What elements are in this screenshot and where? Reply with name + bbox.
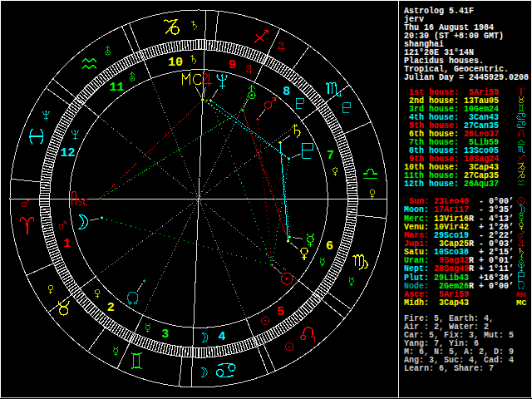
svg-text:R: R xyxy=(469,282,474,291)
svg-text:1: 1 xyxy=(63,237,71,251)
svg-text:R: R xyxy=(469,264,474,273)
svg-text:2: 2 xyxy=(107,301,115,315)
svg-text:8: 8 xyxy=(283,85,290,99)
svg-text:Midh:: Midh: xyxy=(404,298,429,308)
svg-text:3Cap43: 3Cap43 xyxy=(434,298,469,308)
svg-text:12th house:: 12th house: xyxy=(404,180,459,189)
svg-text:R: R xyxy=(469,214,474,224)
svg-text:MC: MC xyxy=(516,299,527,308)
svg-text:3: 3 xyxy=(161,328,169,342)
svg-text:R: R xyxy=(469,239,474,249)
svg-text:10: 10 xyxy=(168,56,183,70)
svg-text:6: 6 xyxy=(326,239,333,254)
svg-text:4: 4 xyxy=(219,330,226,344)
svg-text:Learn: 6, Share: 7: Learn: 6, Share: 7 xyxy=(404,364,494,373)
svg-text:Julian Day = 2445929.0208: Julian Day = 2445929.0208 xyxy=(404,73,529,82)
svg-text:9: 9 xyxy=(229,58,236,72)
svg-text:0°00’: 0°00’ xyxy=(484,282,514,291)
svg-text:12: 12 xyxy=(60,146,75,160)
svg-text:26Aqu37: 26Aqu37 xyxy=(464,180,499,189)
svg-text:7: 7 xyxy=(327,149,334,163)
svg-text:11: 11 xyxy=(109,81,124,95)
svg-text:5: 5 xyxy=(277,305,284,319)
svg-text:Asc: Asc xyxy=(516,290,526,298)
